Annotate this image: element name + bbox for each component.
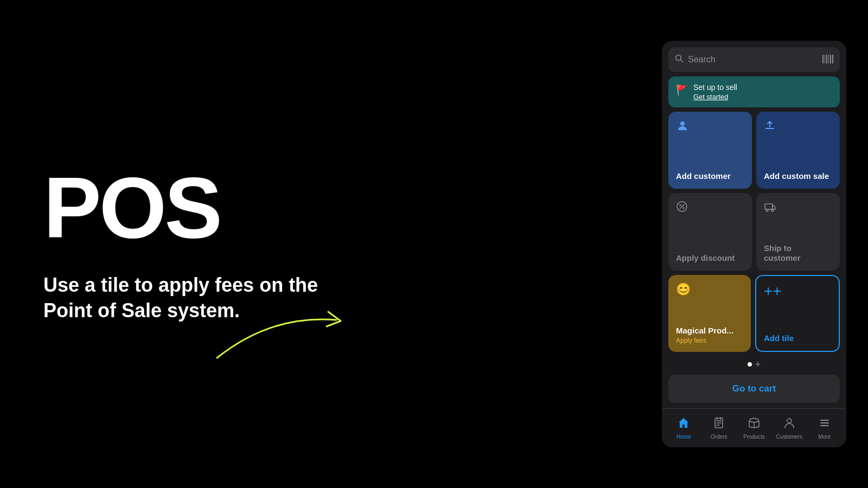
discount-icon (676, 201, 688, 215)
svg-rect-21 (820, 425, 829, 426)
barcode-icon[interactable] (822, 55, 833, 65)
tiles-row-2: Apply discount Ship tocustomer (668, 193, 840, 270)
nav-item-products[interactable]: Products (739, 417, 769, 440)
tile-add-custom-sale[interactable]: Add custom sale (756, 112, 840, 189)
ship-icon (764, 201, 776, 215)
nav-item-customers[interactable]: Customers (774, 417, 804, 440)
tile-magical-product-label: Magical Prod... (676, 326, 743, 336)
svg-point-12 (680, 204, 681, 206)
svg-line-1 (681, 60, 683, 62)
go-to-cart-button[interactable]: Go to cart (668, 375, 840, 403)
search-bar[interactable]: Search (668, 47, 840, 72)
nav-home-label: Home (676, 434, 691, 440)
arrow-decoration (206, 304, 358, 369)
tiles-container: Add customer Add custom sale (662, 112, 846, 356)
pos-title: POS (43, 164, 456, 251)
svg-rect-9 (765, 128, 774, 129)
nav-item-orders[interactable]: Orders (704, 417, 734, 440)
nav-more-label: More (818, 434, 831, 440)
setup-content: Set up to sell Get started (693, 83, 737, 101)
setup-link[interactable]: Get started (693, 93, 737, 101)
tile-ship-to-customer[interactable]: Ship tocustomer (756, 193, 840, 270)
svg-rect-4 (826, 55, 827, 63)
person-icon (676, 119, 689, 136)
more-icon (819, 417, 831, 432)
search-placeholder: Search (688, 55, 822, 65)
tile-add-customer[interactable]: Add customer (668, 112, 752, 189)
flag-icon: 🚩 (676, 84, 688, 96)
go-to-cart-label: Go to cart (732, 383, 776, 394)
svg-rect-5 (828, 55, 829, 63)
tile-add-customer-label: Add customer (676, 171, 744, 181)
nav-orders-label: Orders (711, 434, 727, 440)
svg-point-15 (766, 209, 768, 211)
home-icon (678, 417, 690, 432)
tiles-row-3: 😊 Magical Prod... Apply fees + Add tile (668, 275, 840, 352)
nav-customers-label: Customers (776, 434, 802, 440)
search-icon (675, 54, 684, 65)
plus-icon: + (764, 282, 782, 300)
tile-add-tile-label: Add tile (764, 333, 831, 343)
svg-rect-6 (830, 55, 831, 63)
orders-icon (713, 417, 725, 432)
svg-rect-3 (825, 55, 825, 63)
pagination: + (662, 356, 846, 375)
setup-title: Set up to sell (693, 83, 737, 92)
upload-icon (764, 119, 776, 134)
tile-add-tile[interactable]: + Add tile (755, 275, 840, 352)
tile-ship-to-customer-label: Ship tocustomer (764, 243, 832, 263)
customers-icon (783, 417, 795, 432)
tile-magical-product-sublabel: Apply fees (676, 337, 743, 344)
pagination-add[interactable]: + (755, 359, 761, 369)
svg-rect-14 (765, 204, 773, 209)
phone-panel: Search 🚩 Set up to sell Get started (662, 41, 846, 447)
left-panel: POS Use a tile to apply fees on the Poin… (0, 0, 499, 488)
svg-point-18 (787, 419, 792, 423)
nav-item-home[interactable]: Home (669, 417, 699, 440)
tiles-row-1: Add customer Add custom sale (668, 112, 840, 189)
setup-banner[interactable]: 🚩 Set up to sell Get started (668, 76, 840, 107)
emoji-icon: 😊 (676, 282, 691, 297)
svg-rect-19 (820, 420, 829, 421)
bottom-nav: Home Orders Products (662, 408, 846, 447)
nav-item-more[interactable]: More (809, 417, 839, 440)
nav-products-label: Products (743, 434, 764, 440)
svg-rect-20 (820, 422, 829, 423)
tile-add-custom-sale-label: Add custom sale (764, 171, 832, 181)
svg-point-8 (680, 121, 685, 126)
svg-point-13 (683, 207, 685, 209)
svg-rect-2 (822, 55, 824, 63)
tile-magical-product[interactable]: 😊 Magical Prod... Apply fees (668, 275, 751, 352)
tile-apply-discount-label: Apply discount (676, 253, 744, 263)
pagination-dot-active (748, 362, 752, 367)
products-icon (748, 417, 760, 432)
svg-point-16 (771, 209, 774, 211)
tile-apply-discount[interactable]: Apply discount (668, 193, 752, 270)
svg-rect-7 (832, 55, 833, 63)
